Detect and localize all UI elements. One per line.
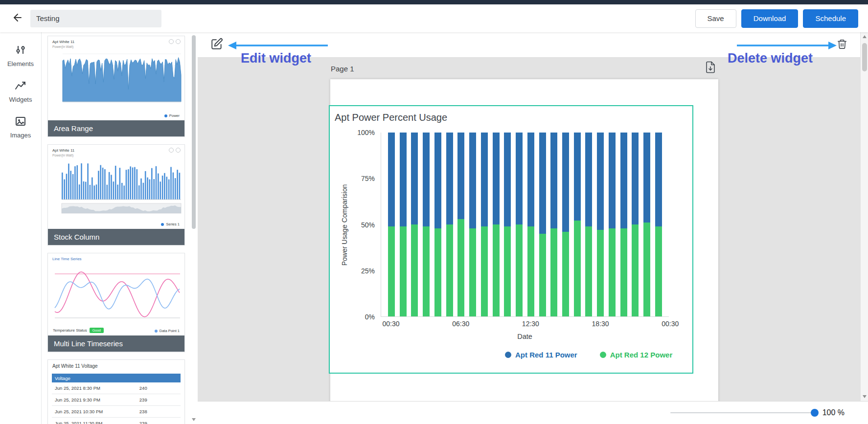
bar: [550, 133, 557, 316]
chart-plot-area: [381, 133, 669, 317]
x-tick-label: 18:30: [592, 320, 609, 328]
trash-icon: [837, 38, 847, 51]
voltage-table: Voltage Jun 25, 2021 8:30 PM240Jun 25, 2…: [52, 374, 181, 424]
bar: [527, 133, 534, 316]
bar: [388, 133, 395, 316]
legend-dot-icon: [600, 352, 606, 358]
save-button[interactable]: Save: [695, 9, 736, 28]
bar: [504, 133, 511, 316]
chart-title: Apt Power Percent Usage: [335, 112, 447, 123]
canvas-region: Page 1 Apt Power Percent Usage Power Usa…: [198, 32, 868, 424]
bar: [400, 133, 407, 316]
selected-chart-widget[interactable]: Apt Power Percent Usage Power Usage Comp…: [329, 105, 693, 374]
scroll-down-icon[interactable]: [192, 418, 196, 421]
preview-legend: Data Point 1: [155, 329, 180, 333]
voltage-table-body: Jun 25, 2021 8:30 PM240Jun 25, 2021 9:30…: [52, 382, 181, 424]
legend-item[interactable]: Apt Red 12 Power: [600, 351, 673, 359]
bar: [609, 133, 616, 316]
widget-card-multi-line[interactable]: Line Time Series Temperature Status Good…: [47, 253, 185, 352]
bar: [434, 133, 441, 316]
preview-subtitle: Power(In Watt): [52, 45, 73, 48]
legend-dot-icon: [161, 223, 164, 226]
zoom-slider-knob[interactable]: [811, 409, 819, 417]
bar: [469, 133, 476, 316]
x-ticks: 00:3006:3012:3018:3000:30: [381, 320, 669, 329]
sidebar-item-label: Widgets: [9, 96, 32, 103]
scroll-down-icon[interactable]: [863, 395, 867, 398]
preview-legend: Series 1: [161, 222, 180, 226]
y-ticks: 0%25%50%75%100%: [349, 133, 377, 317]
pencil-square-icon: [210, 38, 223, 52]
bar: [562, 133, 569, 316]
bar: [493, 133, 500, 316]
app-header: Save Download Schedule: [0, 4, 868, 32]
y-tick-label: 75%: [361, 175, 375, 182]
legend-item[interactable]: Apt Red 11 Power: [505, 351, 577, 359]
legend-label: Apt Red 12 Power: [610, 351, 673, 359]
back-button[interactable]: [10, 10, 25, 27]
scroll-up-icon[interactable]: [863, 35, 867, 38]
chart-legend: Apt Red 11 PowerApt Red 12 Power: [505, 351, 672, 359]
legend-label: Apt Red 11 Power: [515, 351, 577, 359]
bar: [423, 133, 430, 316]
page-export-button[interactable]: [705, 61, 716, 75]
x-tick-label: 00:30: [382, 320, 399, 328]
status-bar: 100 %: [198, 401, 868, 424]
page-label: Page 1: [331, 65, 354, 73]
preview-title: Apt White 11 Voltage: [52, 363, 98, 369]
widget-card-stock-column[interactable]: Apt White 11 Power(In Watt) Series 1 Sto…: [47, 144, 185, 245]
widget-card-title: Stock Column: [48, 229, 184, 245]
report-title-input[interactable]: [30, 10, 161, 27]
y-tick-label: 100%: [357, 129, 375, 136]
panel-scrollbar-thumb[interactable]: [192, 35, 196, 229]
preview-footer: Temperature Status Good: [53, 328, 104, 333]
sidebar-item-widgets[interactable]: Widgets: [0, 74, 41, 110]
preview-subtitle: Power(In Watt): [52, 154, 73, 157]
preview-option-icons: [169, 148, 181, 153]
app-window: Save Download Schedule Elements Widgets: [0, 0, 868, 424]
scrollbar-thumb[interactable]: [862, 43, 867, 71]
bar: [539, 133, 546, 316]
left-sidebar: Elements Widgets Images: [0, 32, 42, 424]
widget-card-title: Multi Line Timeseries: [48, 335, 184, 352]
sidebar-item-images[interactable]: Images: [0, 110, 41, 145]
preview-title: Apt White 11: [52, 148, 74, 153]
preview-title: Line Time Series: [52, 257, 82, 261]
sidebar-item-elements[interactable]: Elements: [0, 38, 41, 74]
bar: [643, 133, 650, 316]
legend-dot-icon: [155, 330, 158, 333]
bar: [457, 133, 464, 316]
edit-widget-button[interactable]: [208, 36, 225, 54]
chart-bars: [388, 133, 662, 316]
widget-card-title: Area Range: [48, 120, 184, 136]
sliders-icon: [15, 45, 26, 57]
zoom-slider[interactable]: [670, 412, 815, 413]
widget-preview: Apt White 11 Voltage Voltage Jun 25, 202…: [48, 360, 184, 424]
stock-column-thumb-svg: [48, 158, 184, 218]
bar: [516, 133, 523, 316]
preview-legend: Power: [164, 113, 180, 118]
widget-card-voltage-table[interactable]: Apt White 11 Voltage Voltage Jun 25, 202…: [47, 359, 185, 424]
table-row: Jun 25, 2021 9:30 PM239: [52, 394, 181, 406]
delete-widget-button[interactable]: [835, 36, 849, 53]
zoom-level: 100 %: [822, 408, 845, 417]
vertical-scrollbar[interactable]: [860, 32, 868, 401]
panel-scrollbar[interactable]: [192, 34, 196, 422]
widget-preview: Apt White 11 Power(In Watt) Power: [48, 36, 184, 120]
widget-card-area-range[interactable]: Apt White 11 Power(In Watt) Power Area R…: [47, 36, 185, 137]
bar: [411, 133, 418, 316]
bar: [585, 133, 592, 316]
status-badge: Good: [90, 328, 104, 333]
download-button[interactable]: Download: [741, 9, 799, 28]
arrow-left-icon: [12, 12, 23, 25]
area-range-thumb-svg: [48, 51, 184, 110]
chart-x-axis-label: Date: [381, 333, 669, 340]
y-tick-label: 25%: [361, 267, 375, 275]
bar: [574, 133, 581, 316]
bar: [620, 133, 627, 316]
legend-dot-icon: [505, 352, 511, 358]
report-canvas: Page 1 Apt Power Percent Usage Power Usa…: [198, 58, 860, 401]
schedule-button[interactable]: Schedule: [803, 9, 858, 28]
widget-preview: Line Time Series Temperature Status Good…: [48, 253, 184, 335]
top-strip: [0, 0, 868, 4]
